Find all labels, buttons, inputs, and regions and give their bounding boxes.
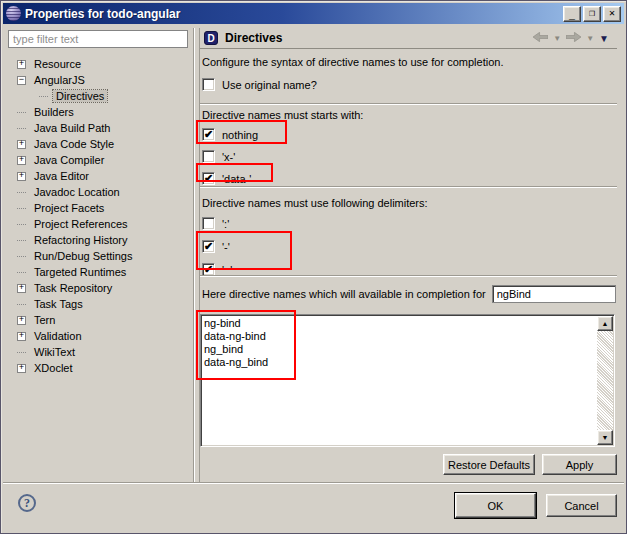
- completion-input[interactable]: [492, 285, 616, 303]
- checkbox-label: 'x-': [222, 151, 235, 163]
- tree-item-task-repository[interactable]: +Task Repository: [3, 280, 193, 296]
- minimize-button[interactable]: _: [563, 6, 581, 22]
- option-row-item[interactable]: ':': [202, 215, 232, 232]
- tree-item-task-tags[interactable]: Task Tags: [3, 296, 193, 312]
- checkbox-label: ':': [222, 218, 229, 230]
- tree-item-project-references[interactable]: Project References: [3, 216, 193, 232]
- back-button[interactable]: [533, 32, 548, 44]
- tree-item-label: Java Build Path: [31, 122, 113, 134]
- filter-input[interactable]: [8, 30, 188, 48]
- separator: [200, 103, 617, 105]
- collapse-icon[interactable]: −: [17, 76, 26, 85]
- title-bar[interactable]: Properties for todo-angular _ ❐ ✕: [3, 3, 624, 24]
- content-panel: D Directives ▼ ▼ ▼ Configure the syntax …: [200, 28, 617, 482]
- tree-item-label: Project Facets: [31, 202, 107, 214]
- completion-row: Here directive names which will availabl…: [202, 285, 617, 303]
- tree-item-label: Java Editor: [31, 170, 92, 182]
- close-icon: ✕: [609, 9, 615, 19]
- forward-button[interactable]: [566, 32, 581, 44]
- option-row-data[interactable]: ✔'data-': [202, 170, 258, 187]
- forward-dropdown-icon[interactable]: ▼: [586, 34, 594, 43]
- tree-item-javadoc-location[interactable]: Javadoc Location: [3, 184, 193, 200]
- list-item[interactable]: data-ng_bind: [204, 356, 593, 369]
- tree-item-java-build-path[interactable]: Java Build Path: [3, 120, 193, 136]
- tree-item-project-facets[interactable]: Project Facets: [3, 200, 193, 216]
- list-item[interactable]: data-ng-bind: [204, 330, 593, 343]
- checkbox-item[interactable]: [202, 217, 215, 230]
- option-row-nothing[interactable]: ✔nothing: [202, 126, 258, 143]
- tree-item-label: Builders: [31, 106, 77, 118]
- option-row-item[interactable]: ✔'-': [202, 238, 232, 255]
- tree-item-resource[interactable]: +Resource: [3, 56, 193, 72]
- tree-item-angularjs[interactable]: −AngularJS: [3, 72, 193, 88]
- expand-icon[interactable]: +: [17, 140, 26, 149]
- tree-item-targeted-runtimes[interactable]: Targeted Runtimes: [3, 264, 193, 280]
- tree-connector: [39, 96, 48, 97]
- expand-icon[interactable]: +: [17, 60, 26, 69]
- option-row-use-original-name[interactable]: Use original name?: [202, 76, 317, 93]
- checkbox-label: 'data-': [222, 173, 251, 185]
- tree-item-builders[interactable]: Builders: [3, 104, 193, 120]
- tree-item-label: Targeted Runtimes: [31, 266, 129, 278]
- panel-header: D Directives ▼ ▼ ▼: [200, 28, 617, 49]
- tree-item-refactoring-history[interactable]: Refactoring History: [3, 232, 193, 248]
- tree-item-label: Validation: [31, 330, 85, 342]
- tree-item-java-compiler[interactable]: +Java Compiler: [3, 152, 193, 168]
- scroll-down-icon[interactable]: ▼: [597, 430, 613, 445]
- page-title: Directives: [225, 31, 533, 45]
- ok-button[interactable]: OK: [455, 493, 536, 518]
- option-row-x[interactable]: 'x-': [202, 148, 258, 165]
- checkbox-label: '-': [222, 241, 230, 253]
- tree-item-xdoclet[interactable]: +XDoclet: [3, 360, 193, 376]
- tree-item-label: AngularJS: [31, 74, 88, 86]
- tree-item-java-editor[interactable]: +Java Editor: [3, 168, 193, 184]
- tree-connector: [17, 272, 26, 273]
- tree-item-label: Run/Debug Settings: [31, 250, 135, 262]
- list-item[interactable]: ng_bind: [204, 343, 593, 356]
- tree-connector: [17, 112, 26, 113]
- close-button[interactable]: ✕: [603, 6, 621, 22]
- tree-item-validation[interactable]: +Validation: [3, 328, 193, 344]
- tree-connector: [17, 240, 26, 241]
- tree-item-wikitext[interactable]: WikiText: [3, 344, 193, 360]
- separator: [200, 275, 617, 277]
- scrollbar-track[interactable]: [597, 331, 613, 430]
- scroll-up-icon[interactable]: ▲: [597, 316, 613, 331]
- window-title: Properties for todo-angular: [25, 7, 561, 21]
- checkbox-use-original-name[interactable]: [202, 78, 215, 91]
- list-item[interactable]: ng-bind: [204, 317, 593, 330]
- checkbox-label: Use original name?: [222, 79, 317, 91]
- completion-label: Here directive names which will availabl…: [202, 288, 486, 300]
- checkbox-data[interactable]: ✔: [202, 172, 215, 185]
- expand-icon[interactable]: +: [17, 156, 26, 165]
- view-menu-icon[interactable]: ▼: [599, 33, 609, 44]
- restore-defaults-button[interactable]: Restore Defaults: [443, 454, 535, 475]
- expand-icon[interactable]: +: [17, 316, 26, 325]
- vertical-scrollbar[interactable]: ▲ ▼: [597, 316, 613, 445]
- completion-results-box[interactable]: ng-binddata-ng-bindng_binddata-ng_bind ▲…: [200, 314, 615, 447]
- expand-icon[interactable]: +: [17, 284, 26, 293]
- tree-item-tern[interactable]: +Tern: [3, 312, 193, 328]
- tree-item-label: Project References: [31, 218, 131, 230]
- help-button[interactable]: ?: [18, 494, 36, 512]
- eclipse-icon: [6, 6, 21, 21]
- sash-divider[interactable]: [193, 28, 200, 482]
- cancel-button[interactable]: Cancel: [546, 494, 617, 517]
- tree-item-label: Task Tags: [31, 298, 86, 310]
- checkbox-x[interactable]: [202, 150, 215, 163]
- maximize-button[interactable]: ❐: [583, 6, 601, 22]
- apply-button[interactable]: Apply: [542, 454, 617, 475]
- tree-item-label: Tern: [31, 314, 58, 326]
- tree-item-label: Directives: [53, 90, 107, 102]
- expand-icon[interactable]: +: [17, 332, 26, 341]
- tree-item-run-debug-settings[interactable]: Run/Debug Settings: [3, 248, 193, 264]
- expand-icon[interactable]: +: [17, 364, 26, 373]
- expand-icon[interactable]: +: [17, 172, 26, 181]
- minimize-icon: _: [569, 12, 575, 22]
- checkbox-nothing[interactable]: ✔: [202, 128, 215, 141]
- tree-connector: [17, 192, 26, 193]
- checkbox-item[interactable]: ✔: [202, 240, 215, 253]
- tree-item-java-code-style[interactable]: +Java Code Style: [3, 136, 193, 152]
- tree-item-directives[interactable]: Directives: [3, 88, 193, 104]
- back-dropdown-icon[interactable]: ▼: [553, 34, 561, 43]
